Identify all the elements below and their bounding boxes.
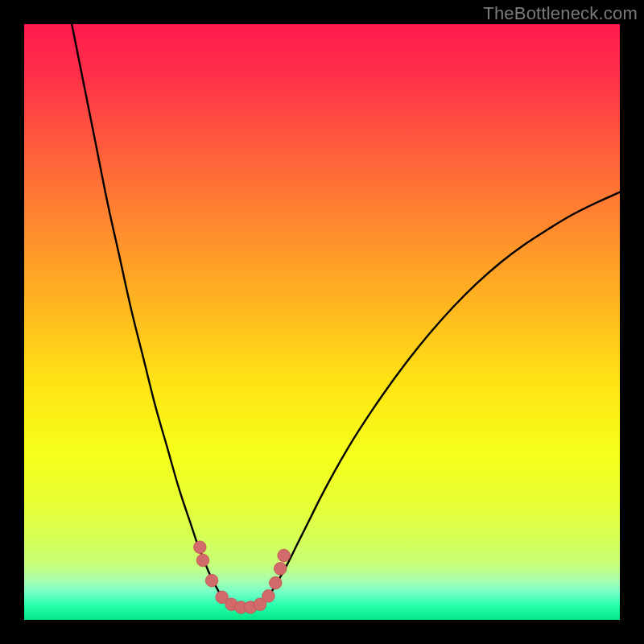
highlight-dot [269,576,282,589]
watermark-text: TheBottleneck.com [483,3,638,24]
highlight-dot [274,563,287,576]
highlight-dot [262,590,275,603]
highlight-dot [194,541,207,554]
chart-frame: TheBottleneck.com [0,0,644,644]
highlight-dot [196,554,209,567]
highlight-dot [205,574,218,587]
plot-area [24,24,620,620]
highlight-dot [278,549,291,562]
gradient-background [24,24,620,620]
bottleneck-chart [24,24,620,620]
